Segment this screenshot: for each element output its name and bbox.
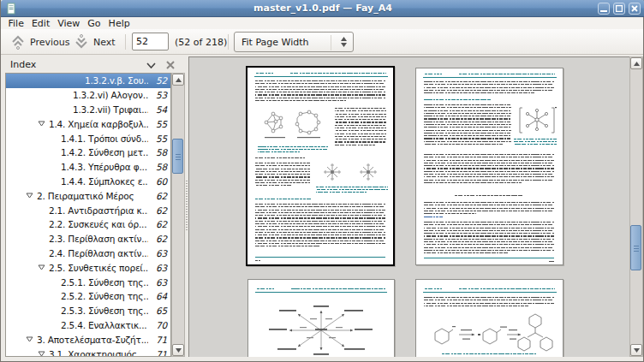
index-item[interactable]: 2.2. Συσκευές και όρ...62 — [6, 217, 170, 232]
toolbar-separator — [228, 34, 229, 50]
menu-edit[interactable]: Edit — [27, 18, 53, 29]
index-item[interactable]: 2.5.4. Εναλλακτικ...70 — [6, 318, 170, 333]
index-item[interactable]: 2.5. Συνθετικές πορεί...63 — [6, 260, 170, 275]
index-item-label: 3.1. Χαρακτηρισμός ... — [49, 349, 148, 357]
sidebar-header: Index — [5, 56, 185, 73]
menubar: FileEditViewGoHelp — [1, 18, 643, 29]
menu-view[interactable]: View — [54, 18, 84, 29]
next-icon — [73, 33, 90, 50]
previous-button[interactable]: Previous — [9, 32, 70, 52]
minimize-button[interactable] — [598, 3, 610, 15]
section-heading — [255, 199, 312, 201]
figure-caption — [316, 187, 388, 193]
index-item[interactable]: 2. Πειραματικό Μέρος62 — [6, 188, 170, 203]
next-label: Next — [93, 37, 116, 48]
index-item[interactable]: 2.1. Αντιδραστήρια κ...62 — [6, 203, 170, 217]
scrollbar-thumb[interactable] — [630, 225, 641, 270]
scroll-down-button[interactable] — [172, 344, 184, 356]
expander-icon[interactable] — [38, 121, 49, 127]
page-54[interactable] — [247, 279, 395, 357]
index-item[interactable]: 1.3.2.vi) Αλογον...53 — [6, 88, 170, 103]
figure-caption — [258, 146, 328, 153]
maximize-button[interactable] — [613, 3, 625, 15]
index-item[interactable]: 1.4.3. Υπέρυθρα φ...58 — [6, 160, 170, 175]
document-canvas[interactable] — [188, 56, 629, 357]
index-item-label: 1.4. Χημεία καρβοξυλ... — [49, 119, 148, 129]
sidebar-close-icon[interactable] — [166, 61, 175, 69]
sidebar-title: Index — [10, 59, 36, 70]
page-55[interactable] — [415, 279, 564, 357]
text-block — [424, 154, 554, 185]
next-button[interactable]: Next — [73, 32, 116, 52]
menu-file[interactable]: File — [4, 18, 27, 29]
text-block — [424, 222, 554, 255]
text-block — [255, 80, 385, 103]
page-count-label: (52 of 218) — [175, 37, 227, 48]
menu-help[interactable]: Help — [104, 18, 134, 29]
application-window: master_v1.0.pdf — Fay_A4 FileEditViewGoH… — [0, 0, 644, 362]
index-item-page: 58 — [154, 162, 167, 172]
index-item[interactable]: 3. Αποτελέσματα-Συζήτ...71 — [6, 332, 170, 347]
close-button[interactable] — [629, 3, 641, 15]
zoom-level-select[interactable]: Fit Page Width — [234, 32, 354, 52]
page-52[interactable] — [246, 66, 395, 266]
index-item-page: 55 — [154, 119, 167, 129]
index-item-page: 63 — [154, 263, 167, 273]
expander-icon[interactable] — [38, 264, 49, 270]
index-item[interactable]: 2.4. Περίθλαση ακτίν...63 — [6, 246, 170, 261]
index-item-label: 1.3.2.vi) Αλογον... — [73, 90, 148, 100]
reaction-scheme-figure — [423, 312, 557, 355]
expander-icon[interactable] — [26, 336, 37, 342]
menu-go[interactable]: Go — [84, 18, 104, 29]
text-block — [424, 81, 554, 95]
index-item-page: 64 — [154, 291, 167, 301]
index-item[interactable]: 2.5.3. Σύνθεση της...65 — [6, 304, 170, 318]
toolbar: Previous Next (52 of 218) Fit Page Width — [1, 29, 643, 55]
index-item[interactable]: 1.3.2.v.β. Σου...52 — [6, 74, 170, 88]
scrollbar-thumb[interactable] — [172, 139, 183, 174]
index-item[interactable]: 1.3.2.vii) Τριφαι...54 — [6, 103, 170, 117]
index-item[interactable]: 1.4.4. Σύμπλοκες ε...60 — [6, 175, 170, 189]
page-header — [459, 74, 555, 76]
index-item-label: 2.1. Αντιδραστήρια κ... — [49, 205, 148, 216]
index-item-label: 2.4. Περίθλαση ακτίν... — [49, 248, 148, 258]
index-item[interactable]: 2.3. Περίθλαση ακτίν...62 — [6, 232, 170, 246]
page-header — [290, 73, 386, 75]
scroll-up-button[interactable] — [630, 57, 642, 69]
expander-icon[interactable] — [26, 193, 37, 199]
toolbar-separator — [125, 34, 126, 50]
index-item-label: 2.5.2. Σύνθεση της... — [61, 291, 148, 301]
combo-separator — [331, 35, 331, 50]
header-rule — [255, 292, 387, 293]
index-item[interactable]: 1.4. Χημεία καρβοξυλ...55 — [6, 116, 170, 131]
sidebar-scrollbar[interactable] — [171, 73, 185, 357]
header-rule — [423, 77, 557, 78]
index-item-label: 1.4.4. Σύμπλοκες ε... — [61, 176, 148, 187]
header-rule — [423, 292, 557, 293]
index-item[interactable]: 1.4.1. Τρόποι σύνδ...55 — [6, 131, 170, 145]
index-item[interactable]: 1.4.2. Σύνθεση μετ...58 — [6, 145, 170, 160]
page-header — [256, 73, 273, 75]
index-item-page: 52 — [154, 75, 167, 86]
page-number-input[interactable] — [132, 33, 169, 50]
sidebar-dropdown-icon[interactable] — [146, 62, 156, 68]
scroll-down-button[interactable] — [630, 344, 642, 356]
index-item-page: 71 — [154, 335, 167, 345]
main-scrollbar[interactable] — [629, 56, 643, 357]
page-53[interactable] — [415, 68, 564, 265]
index-item-page: 62 — [154, 191, 167, 201]
page-header — [291, 288, 385, 291]
expander-icon[interactable] — [38, 351, 49, 357]
titlebar[interactable]: master_v1.0.pdf — Fay_A4 — [1, 0, 644, 17]
index-item[interactable]: 2.5.2. Σύνθεση της...64 — [6, 289, 170, 304]
index-item-label: 3. Αποτελέσματα-Συζήτ... — [37, 335, 148, 345]
index-item[interactable]: 2.5.1. Σύνθεση της...63 — [6, 275, 170, 289]
index-item-page: 71 — [154, 349, 167, 357]
combo-spin-icon — [341, 37, 347, 47]
index-item-page: 62 — [154, 219, 167, 229]
previous-label: Previous — [30, 37, 70, 48]
index-item[interactable]: 3.1. Χαρακτηρισμός ...71 — [6, 347, 170, 357]
page-number — [255, 260, 260, 263]
scroll-up-button[interactable] — [172, 74, 184, 86]
index-item-page: 58 — [154, 147, 167, 157]
